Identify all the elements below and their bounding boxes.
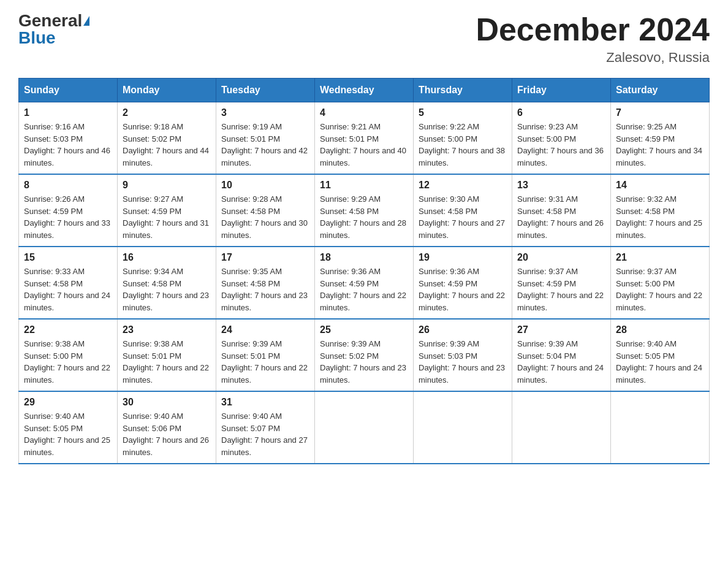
day-info: Sunrise: 9:34 AMSunset: 4:58 PMDaylight:…	[123, 266, 211, 313]
calendar-cell: 12Sunrise: 9:30 AMSunset: 4:58 PMDayligh…	[414, 174, 512, 247]
day-info: Sunrise: 9:37 AMSunset: 5:00 PMDaylight:…	[616, 266, 704, 313]
calendar-cell: 11Sunrise: 9:29 AMSunset: 4:58 PMDayligh…	[315, 174, 414, 247]
logo-general-text: General	[18, 12, 82, 29]
calendar-cell: 21Sunrise: 9:37 AMSunset: 5:00 PMDayligh…	[611, 247, 710, 319]
day-number: 25	[320, 324, 408, 335]
day-info: Sunrise: 9:23 AMSunset: 5:00 PMDaylight:…	[517, 121, 605, 169]
calendar-cell: 13Sunrise: 9:31 AMSunset: 4:58 PMDayligh…	[512, 174, 611, 247]
logo-triangle-icon	[83, 16, 89, 26]
day-number: 9	[123, 180, 211, 191]
calendar-cell	[414, 391, 512, 464]
day-info: Sunrise: 9:40 AMSunset: 5:07 PMDaylight:…	[221, 410, 309, 458]
calendar-week-row: 15Sunrise: 9:33 AMSunset: 4:58 PMDayligh…	[19, 247, 710, 319]
calendar-cell: 25Sunrise: 9:39 AMSunset: 5:02 PMDayligh…	[315, 319, 414, 391]
calendar-cell	[611, 391, 710, 464]
calendar-cell: 1Sunrise: 9:16 AMSunset: 5:03 PMDaylight…	[19, 102, 118, 175]
day-info: Sunrise: 9:25 AMSunset: 4:59 PMDaylight:…	[616, 121, 704, 169]
column-header-thursday: Thursday	[414, 79, 512, 102]
calendar-cell: 15Sunrise: 9:33 AMSunset: 4:58 PMDayligh…	[19, 247, 118, 319]
day-number: 16	[123, 252, 211, 263]
day-number: 10	[221, 180, 309, 191]
day-info: Sunrise: 9:39 AMSunset: 5:04 PMDaylight:…	[517, 338, 605, 386]
calendar-cell: 5Sunrise: 9:22 AMSunset: 5:00 PMDaylight…	[414, 102, 512, 175]
day-number: 13	[517, 180, 605, 191]
day-number: 18	[320, 252, 408, 263]
day-info: Sunrise: 9:40 AMSunset: 5:06 PMDaylight:…	[123, 410, 211, 458]
day-info: Sunrise: 9:39 AMSunset: 5:03 PMDaylight:…	[419, 338, 507, 386]
day-number: 26	[419, 324, 507, 335]
calendar-week-row: 1Sunrise: 9:16 AMSunset: 5:03 PMDaylight…	[19, 102, 710, 175]
day-number: 15	[24, 252, 112, 263]
day-info: Sunrise: 9:30 AMSunset: 4:58 PMDaylight:…	[419, 193, 507, 241]
column-header-tuesday: Tuesday	[216, 79, 315, 102]
calendar-cell	[315, 391, 414, 464]
calendar-cell: 9Sunrise: 9:27 AMSunset: 4:59 PMDaylight…	[118, 174, 216, 247]
calendar-cell: 31Sunrise: 9:40 AMSunset: 5:07 PMDayligh…	[216, 391, 315, 464]
calendar-cell: 18Sunrise: 9:36 AMSunset: 4:59 PMDayligh…	[315, 247, 414, 319]
column-header-monday: Monday	[118, 79, 216, 102]
calendar-cell: 17Sunrise: 9:35 AMSunset: 4:58 PMDayligh…	[216, 247, 315, 319]
day-info: Sunrise: 9:38 AMSunset: 5:00 PMDaylight:…	[24, 338, 112, 386]
day-info: Sunrise: 9:22 AMSunset: 5:00 PMDaylight:…	[419, 121, 507, 169]
day-info: Sunrise: 9:39 AMSunset: 5:01 PMDaylight:…	[221, 338, 309, 386]
day-info: Sunrise: 9:36 AMSunset: 4:59 PMDaylight:…	[320, 266, 408, 313]
day-number: 17	[221, 252, 309, 263]
day-number: 12	[419, 180, 507, 191]
day-info: Sunrise: 9:31 AMSunset: 4:58 PMDaylight:…	[517, 193, 605, 241]
calendar-cell: 10Sunrise: 9:28 AMSunset: 4:58 PMDayligh…	[216, 174, 315, 247]
day-number: 22	[24, 324, 112, 335]
day-number: 23	[123, 324, 211, 335]
day-info: Sunrise: 9:21 AMSunset: 5:01 PMDaylight:…	[320, 121, 408, 169]
day-info: Sunrise: 9:26 AMSunset: 4:59 PMDaylight:…	[24, 193, 112, 241]
day-info: Sunrise: 9:32 AMSunset: 4:58 PMDaylight:…	[616, 193, 704, 241]
calendar-week-row: 8Sunrise: 9:26 AMSunset: 4:59 PMDaylight…	[19, 174, 710, 247]
day-info: Sunrise: 9:29 AMSunset: 4:58 PMDaylight:…	[320, 193, 408, 241]
calendar-cell: 4Sunrise: 9:21 AMSunset: 5:01 PMDaylight…	[315, 102, 414, 175]
day-number: 20	[517, 252, 605, 263]
day-number: 4	[320, 107, 408, 118]
day-info: Sunrise: 9:19 AMSunset: 5:01 PMDaylight:…	[221, 121, 309, 169]
logo: General Blue	[18, 12, 89, 47]
day-number: 29	[24, 397, 112, 408]
title-section: December 2024 Zalesovo, Russia	[476, 12, 710, 66]
page-header: General Blue December 2024 Zalesovo, Rus…	[18, 12, 710, 66]
calendar-cell: 24Sunrise: 9:39 AMSunset: 5:01 PMDayligh…	[216, 319, 315, 391]
calendar-cell: 23Sunrise: 9:38 AMSunset: 5:01 PMDayligh…	[118, 319, 216, 391]
column-header-wednesday: Wednesday	[315, 79, 414, 102]
calendar-week-row: 29Sunrise: 9:40 AMSunset: 5:05 PMDayligh…	[19, 391, 710, 464]
calendar-cell: 22Sunrise: 9:38 AMSunset: 5:00 PMDayligh…	[19, 319, 118, 391]
month-title: December 2024	[476, 12, 710, 47]
day-info: Sunrise: 9:40 AMSunset: 5:05 PMDaylight:…	[616, 338, 704, 386]
calendar-cell: 28Sunrise: 9:40 AMSunset: 5:05 PMDayligh…	[611, 319, 710, 391]
logo-blue-text: Blue	[18, 29, 56, 47]
calendar-cell: 8Sunrise: 9:26 AMSunset: 4:59 PMDaylight…	[19, 174, 118, 247]
day-number: 2	[123, 107, 211, 118]
column-header-saturday: Saturday	[611, 79, 710, 102]
day-number: 6	[517, 107, 605, 118]
calendar-cell: 3Sunrise: 9:19 AMSunset: 5:01 PMDaylight…	[216, 102, 315, 175]
day-info: Sunrise: 9:40 AMSunset: 5:05 PMDaylight:…	[24, 410, 112, 458]
day-info: Sunrise: 9:28 AMSunset: 4:58 PMDaylight:…	[221, 193, 309, 241]
day-info: Sunrise: 9:36 AMSunset: 4:59 PMDaylight:…	[419, 266, 507, 313]
calendar-cell: 16Sunrise: 9:34 AMSunset: 4:58 PMDayligh…	[118, 247, 216, 319]
calendar-cell: 26Sunrise: 9:39 AMSunset: 5:03 PMDayligh…	[414, 319, 512, 391]
day-number: 8	[24, 180, 112, 191]
calendar-cell: 7Sunrise: 9:25 AMSunset: 4:59 PMDaylight…	[611, 102, 710, 175]
day-number: 7	[616, 107, 704, 118]
day-number: 14	[616, 180, 704, 191]
column-header-sunday: Sunday	[19, 79, 118, 102]
calendar-cell: 14Sunrise: 9:32 AMSunset: 4:58 PMDayligh…	[611, 174, 710, 247]
calendar-cell: 30Sunrise: 9:40 AMSunset: 5:06 PMDayligh…	[118, 391, 216, 464]
day-info: Sunrise: 9:33 AMSunset: 4:58 PMDaylight:…	[24, 266, 112, 313]
calendar-table: SundayMondayTuesdayWednesdayThursdayFrid…	[18, 78, 710, 464]
day-number: 1	[24, 107, 112, 118]
calendar-cell: 20Sunrise: 9:37 AMSunset: 4:59 PMDayligh…	[512, 247, 611, 319]
location: Zalesovo, Russia	[476, 50, 710, 66]
day-number: 11	[320, 180, 408, 191]
day-info: Sunrise: 9:38 AMSunset: 5:01 PMDaylight:…	[123, 338, 211, 386]
day-info: Sunrise: 9:27 AMSunset: 4:59 PMDaylight:…	[123, 193, 211, 241]
calendar-cell	[512, 391, 611, 464]
day-info: Sunrise: 9:35 AMSunset: 4:58 PMDaylight:…	[221, 266, 309, 313]
day-info: Sunrise: 9:16 AMSunset: 5:03 PMDaylight:…	[24, 121, 112, 169]
day-number: 27	[517, 324, 605, 335]
